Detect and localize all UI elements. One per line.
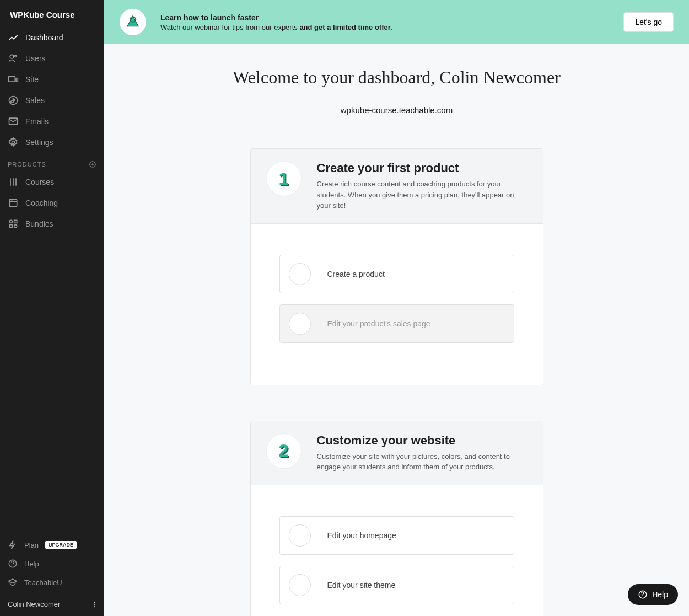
nav-label: Emails	[25, 117, 49, 126]
nav-label: Coaching	[25, 199, 58, 207]
plan-label: Plan	[24, 541, 39, 549]
step-number-badge: 2	[266, 433, 302, 469]
sales-icon	[8, 95, 19, 106]
sidebar-item-emails[interactable]: Emails	[0, 111, 104, 132]
users-icon	[8, 53, 19, 64]
products-heading: PRODUCTS	[0, 153, 104, 172]
help-widget-button[interactable]: Help	[628, 584, 678, 605]
sidebar-item-help[interactable]: Help	[0, 554, 104, 573]
task-status-icon	[289, 263, 311, 285]
svg-rect-10	[14, 220, 17, 223]
nav-label: Sales	[25, 96, 45, 105]
svg-point-1	[15, 55, 17, 57]
step-1-card: 1 Create your first product Create rich …	[250, 148, 543, 385]
task-create-product[interactable]: Create a product	[279, 255, 514, 293]
card-description: Customize your site with your pictures, …	[317, 451, 527, 473]
promo-subtitle: Watch our webinar for tips from our expe…	[160, 23, 623, 31]
sidebar: WPKube Course Dashboard Users Site Sales…	[0, 0, 104, 616]
chart-icon	[8, 32, 19, 43]
task-status-icon	[289, 524, 311, 547]
svg-point-16	[94, 606, 95, 607]
upgrade-badge[interactable]: UPGRADE	[45, 541, 77, 549]
main-content: Learn how to launch faster Watch our web…	[104, 0, 689, 616]
sidebar-item-bundles[interactable]: Bundles	[0, 213, 104, 234]
mortarboard-icon	[8, 577, 18, 587]
user-bar: Colin Newcomer	[0, 592, 104, 616]
sidebar-item-coaching[interactable]: Coaching	[0, 192, 104, 213]
task-list: Create a product Edit your product's sal…	[251, 224, 543, 385]
nav-label: Dashboard	[25, 33, 63, 42]
svg-rect-2	[9, 76, 15, 82]
card-header: 1 Create your first product Create rich …	[251, 149, 543, 224]
sidebar-item-site[interactable]: Site	[0, 69, 104, 90]
sidebar-item-sales[interactable]: Sales	[0, 90, 104, 111]
site-url-link[interactable]: wpkube-course.teachable.com	[341, 105, 453, 115]
sidebar-item-settings[interactable]: Settings	[0, 132, 104, 153]
svg-rect-11	[9, 225, 12, 228]
step-2-card: 2 Customize your website Customize your …	[250, 421, 543, 617]
nav-label: Settings	[25, 138, 53, 147]
sidebar-item-courses[interactable]: Courses	[0, 172, 104, 192]
svg-point-0	[10, 55, 14, 58]
task-list: Edit your homepage Edit your site theme	[251, 485, 543, 617]
task-label: Edit your homepage	[327, 531, 396, 540]
sidebar-item-dashboard[interactable]: Dashboard	[0, 27, 104, 48]
welcome-section: Welcome to your dashboard, Colin Newcome…	[104, 44, 689, 115]
site-title: WPKube Course	[0, 0, 104, 27]
svg-point-6	[12, 141, 15, 144]
card-header: 2 Customize your website Customize your …	[251, 421, 543, 485]
site-icon	[8, 74, 19, 85]
svg-point-12	[14, 225, 17, 228]
promo-icon	[120, 9, 146, 35]
promo-title: Learn how to launch faster	[160, 13, 623, 22]
help-icon	[8, 559, 18, 569]
user-menu-trigger[interactable]	[85, 593, 104, 616]
card-description: Create rich course content and coaching …	[317, 179, 527, 211]
courses-icon	[8, 176, 19, 188]
svg-point-9	[9, 220, 12, 223]
task-edit-theme[interactable]: Edit your site theme	[279, 566, 514, 604]
onboarding-steps: 1 Create your first product Create rich …	[104, 115, 689, 616]
task-label: Edit your product's sales page	[327, 319, 430, 328]
sidebar-item-teachableu[interactable]: TeachableU	[0, 573, 104, 592]
nav-label: Bundles	[25, 219, 53, 228]
task-edit-homepage[interactable]: Edit your homepage	[279, 516, 514, 555]
help-widget-label: Help	[652, 590, 668, 599]
svg-rect-3	[16, 78, 18, 82]
card-title: Customize your website	[317, 433, 527, 448]
nav-label: Courses	[25, 178, 54, 186]
card-title: Create your first product	[317, 161, 527, 175]
task-edit-sales-page: Edit your product's sales page	[279, 304, 514, 343]
nav-label: Users	[25, 54, 46, 63]
dots-vertical-icon	[91, 601, 99, 608]
lets-go-button[interactable]: Let's go	[623, 12, 674, 32]
promo-banner: Learn how to launch faster Watch our web…	[104, 0, 689, 44]
task-status-icon	[289, 313, 311, 335]
step-number-badge: 1	[266, 161, 302, 196]
teachableu-label: TeachableU	[24, 578, 62, 587]
coaching-icon	[8, 197, 19, 208]
bundles-icon	[8, 218, 19, 229]
user-name: Colin Newcomer	[8, 600, 60, 608]
sidebar-item-plan[interactable]: Plan UPGRADE	[0, 535, 104, 554]
settings-icon	[8, 137, 19, 148]
help-icon	[638, 590, 648, 599]
task-label: Create a product	[327, 270, 385, 278]
emails-icon	[8, 116, 19, 127]
sidebar-item-users[interactable]: Users	[0, 48, 104, 69]
nav-label: Site	[25, 75, 39, 84]
task-status-icon	[289, 574, 311, 596]
promo-text: Learn how to launch faster Watch our web…	[160, 13, 623, 31]
task-label: Edit your site theme	[327, 581, 396, 590]
products-heading-label: PRODUCTS	[8, 161, 46, 168]
svg-point-14	[94, 601, 95, 602]
plus-circle-icon[interactable]	[89, 160, 96, 168]
svg-rect-8	[9, 199, 17, 206]
svg-point-15	[94, 603, 95, 604]
welcome-title: Welcome to your dashboard, Colin Newcome…	[104, 67, 689, 88]
bolt-icon	[8, 540, 18, 550]
help-label: Help	[24, 560, 39, 568]
